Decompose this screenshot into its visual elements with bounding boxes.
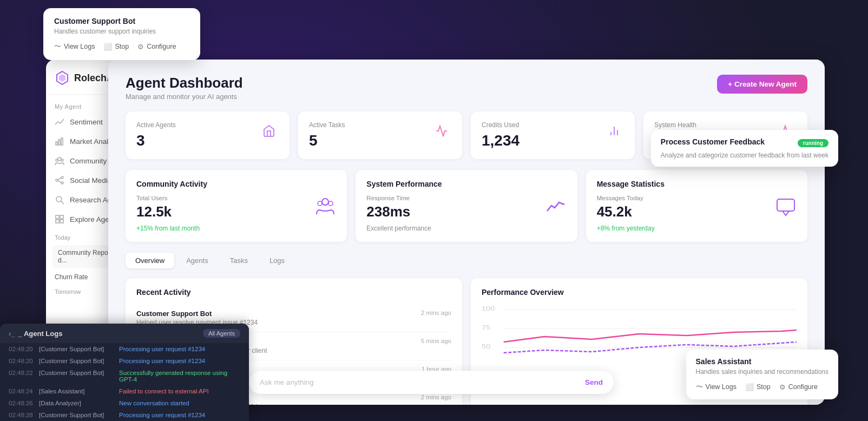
- activity-title: Recent Activity: [136, 288, 451, 297]
- svg-point-8: [61, 176, 63, 179]
- log-time-0: 02:48:20: [9, 346, 35, 352]
- stat-label-1: Active Tasks: [309, 121, 345, 129]
- tooltip-subtitle: Handles customer support inquiries: [54, 28, 189, 35]
- log-agent-0: [Customer Support Bot]: [39, 346, 115, 352]
- log-row-4: 02:48:26 [Data Analyzer] New conversatio…: [0, 397, 249, 409]
- activity-icon: 〜: [54, 42, 61, 51]
- tab-logs[interactable]: Logs: [260, 253, 294, 268]
- activity-time-3: 2 mins ago: [421, 394, 451, 400]
- svg-rect-3: [58, 140, 60, 145]
- log-time-2: 02:48:22: [9, 370, 35, 376]
- stop-icon-sales: ⬜: [745, 383, 754, 391]
- mid-val-2: 45.2k: [597, 203, 655, 220]
- view-logs-action[interactable]: 〜 View Logs: [54, 42, 95, 51]
- stat-label-0: Active Agents: [136, 121, 176, 129]
- research-icon: [55, 195, 64, 205]
- customer-support-bot-tooltip: Customer Support Bot Handles customer su…: [43, 8, 200, 60]
- mid-val-0: 12.5k: [136, 203, 200, 220]
- svg-point-5: [58, 157, 61, 161]
- mid-card-info-1: Response Time 238ms Excellent performanc…: [366, 195, 431, 232]
- log-row-3: 02:48:24 [Sales Assistant] Failed to con…: [0, 385, 249, 397]
- bar-chart-icon: [55, 136, 64, 146]
- page-subtitle: Manage and monitor your AI agents: [126, 93, 243, 101]
- log-msg-3: Failed to connect to external API: [119, 388, 209, 394]
- tab-overview[interactable]: Overview: [126, 253, 174, 268]
- stat-icon-2: [604, 121, 624, 141]
- log-agent-1: [Customer Support Bot]: [39, 358, 115, 364]
- svg-point-10: [61, 182, 63, 184]
- svg-point-6: [61, 159, 63, 161]
- mid-card-row-2: Messages Today 45.2k +8% from yesterday: [597, 195, 797, 232]
- chat-bar: Ask me anything Send: [249, 371, 614, 394]
- logs-title: ›_ _ Agent Logs: [9, 330, 62, 338]
- logs-filter-badge[interactable]: All Agents: [203, 329, 240, 338]
- svg-rect-4: [61, 138, 63, 145]
- log-row-2: 02:48:22 [Customer Support Bot] Successf…: [0, 367, 249, 385]
- log-time-5: 02:48:28: [9, 412, 35, 418]
- community-activity-card: Community Activity Total Users 12.5k +15…: [126, 170, 347, 242]
- tab-tasks[interactable]: Tasks: [220, 253, 258, 268]
- create-new-agent-button[interactable]: + Create New Agent: [717, 75, 807, 94]
- configure-action[interactable]: ⚙ Configure: [137, 43, 176, 51]
- log-msg-0: Processing user request #1234: [119, 346, 205, 352]
- tab-agents[interactable]: Agents: [176, 253, 218, 268]
- log-time-4: 02:48:26: [9, 400, 35, 406]
- svg-rect-17: [56, 220, 59, 223]
- svg-rect-18: [60, 220, 63, 223]
- sales-configure[interactable]: ⚙ Configure: [779, 383, 818, 391]
- social-icon: [55, 175, 64, 185]
- mid-meta-1: Response Time: [366, 195, 431, 201]
- mid-note-0: +15% from last month: [136, 225, 200, 232]
- tooltip-tr-desc: Analyze and categorize customer feedback…: [661, 152, 828, 159]
- activity-icon-sales: 〜: [696, 382, 703, 392]
- tooltip-title: Customer Support Bot: [54, 17, 189, 25]
- stat-icon-0: [259, 121, 279, 141]
- tooltip-actions: 〜 View Logs ⬜ Stop ⚙ Configure: [54, 42, 189, 51]
- log-row-0: 02:48:20 [Customer Support Bot] Processi…: [0, 343, 249, 355]
- running-badge: running: [798, 139, 828, 147]
- svg-point-24: [318, 201, 322, 206]
- system-performance-card: System Performance Response Time 238ms E…: [356, 170, 577, 242]
- mid-card-info-2: Messages Today 45.2k +8% from yesterday: [597, 195, 655, 232]
- stat-info: Credits Used 1,234: [482, 121, 520, 149]
- performance-icon: [545, 195, 567, 219]
- log-agent-5: [Customer Support Bot]: [39, 412, 115, 418]
- sales-stop[interactable]: ⬜ Stop: [745, 383, 771, 391]
- log-agent-4: [Data Analyzer]: [39, 400, 115, 406]
- mid-card-row-0: Total Users 12.5k +15% from last month: [136, 195, 336, 232]
- stat-card-active-agents: Active Agents 3: [126, 111, 290, 159]
- log-msg-2: Successfully generated response using GP…: [119, 370, 240, 383]
- page-title: Agent Dashboard: [126, 75, 243, 91]
- svg-point-23: [328, 201, 333, 206]
- svg-text:50: 50: [482, 344, 490, 350]
- dashboard-header: Agent Dashboard Manage and monitor your …: [126, 75, 807, 101]
- stop-action[interactable]: ⬜ Stop: [103, 43, 129, 51]
- mid-val-1: 238ms: [366, 203, 431, 220]
- svg-text:100: 100: [482, 306, 495, 312]
- sales-assistant-tooltip: Sales Assistant Handles sales inquiries …: [686, 350, 838, 399]
- log-msg-1: Processing user request #1234: [119, 358, 205, 364]
- logs-header: ›_ _ Agent Logs All Agents: [0, 324, 249, 343]
- log-msg-5: Processing user request #1234: [119, 412, 205, 418]
- logo-icon: [55, 70, 70, 85]
- message-icon: [775, 195, 797, 219]
- tooltip-tr-title: Process Customer Feedback: [661, 137, 765, 146]
- stat-label-3: System Health: [654, 121, 696, 129]
- svg-rect-25: [777, 199, 794, 211]
- gear-icon-sales: ⚙: [779, 383, 786, 391]
- sales-title: Sales Assistant: [696, 357, 828, 366]
- sales-view-logs[interactable]: 〜 View Logs: [696, 382, 737, 392]
- svg-text:75: 75: [482, 325, 490, 331]
- community-icon: [55, 156, 64, 166]
- process-feedback-tooltip: Process Customer Feedback running Analyz…: [651, 130, 838, 167]
- svg-point-9: [56, 179, 58, 181]
- activity-time-1: 5 mins ago: [421, 338, 451, 344]
- chat-send-button[interactable]: Send: [585, 378, 603, 386]
- chat-placeholder[interactable]: Ask me anything: [260, 378, 314, 386]
- middle-row: Community Activity Total Users 12.5k +15…: [126, 170, 807, 242]
- header-title-group: Agent Dashboard Manage and monitor your …: [126, 75, 243, 101]
- mid-meta-0: Total Users: [136, 195, 200, 201]
- svg-rect-16: [60, 215, 63, 219]
- svg-rect-15: [56, 215, 59, 219]
- log-time-1: 02:48:20: [9, 358, 35, 364]
